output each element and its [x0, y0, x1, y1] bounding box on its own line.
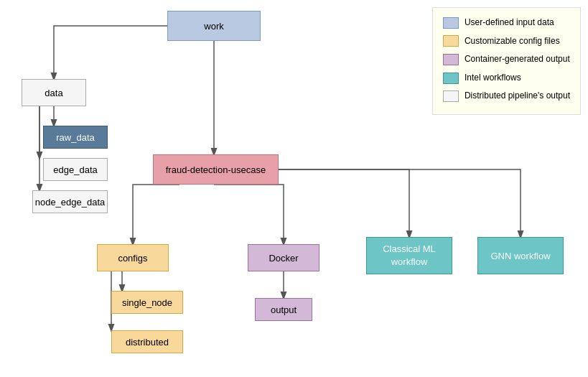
node-edge-data-node: node_edge_data — [32, 190, 108, 213]
legend-label-blue: User-defined input data — [465, 15, 554, 31]
single-node-node: single_node — [111, 291, 183, 314]
docker-node: Docker — [248, 244, 319, 271]
legend-item-orange: Customizable config files — [443, 34, 570, 50]
legend: User-defined input data Customizable con… — [432, 7, 581, 115]
legend-color-orange — [443, 35, 459, 47]
fraud-detection-node: fraud-detection-usecase — [153, 154, 279, 185]
legend-label-orange: Customizable config files — [465, 34, 560, 50]
legend-color-teal — [443, 73, 459, 84]
legend-item-teal: Intel workflows — [443, 70, 570, 86]
data-node: data — [22, 79, 86, 106]
work-node: work — [167, 11, 261, 41]
gnn-workflow-node: GNN workflow — [477, 237, 564, 274]
classical-ml-node: Classical ML workflow — [366, 237, 452, 274]
raw-data-node: raw_data — [43, 126, 108, 149]
configs-node: configs — [97, 244, 169, 271]
legend-color-purple — [443, 54, 459, 65]
legend-item-white: Distributed pipeline's output — [443, 88, 570, 104]
legend-color-blue — [443, 17, 459, 29]
legend-color-white — [443, 90, 459, 102]
diagram: work data raw_data edge_data node_edge_d… — [0, 0, 588, 377]
output-node: output — [255, 298, 312, 321]
legend-item-blue: User-defined input data — [443, 15, 570, 31]
edge-data-node: edge_data — [43, 158, 108, 181]
legend-label-teal: Intel workflows — [465, 70, 521, 86]
legend-label-purple: Container-generated output — [465, 52, 570, 68]
distributed-node: distributed — [111, 330, 183, 353]
legend-item-purple: Container-generated output — [443, 52, 570, 68]
legend-label-white: Distributed pipeline's output — [465, 88, 570, 104]
